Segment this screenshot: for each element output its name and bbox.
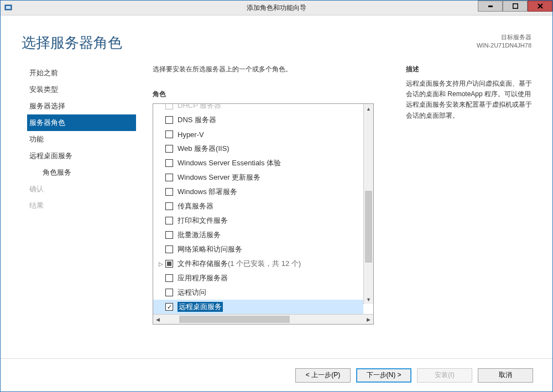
sidebar-item-1[interactable]: 安装类型 [27, 81, 136, 98]
app-icon [4, 3, 13, 12]
role-checkbox[interactable] [165, 217, 173, 224]
role-label: 文件和存储服务 [178, 259, 228, 269]
page-title: 选择服务器角色 [22, 33, 122, 53]
main-panel: 选择要安装在所选服务器上的一个或多个角色。 角色 DHCP 服务器DNS 服务器… [136, 58, 533, 358]
role-checkbox[interactable] [165, 130, 173, 138]
description-column: 描述 远程桌面服务支持用户访问虚拟桌面、基于会话的桌面和 RemoteApp 程… [395, 65, 533, 358]
role-label: 打印和文件服务 [178, 216, 228, 226]
roles-column: 选择要安装在所选服务器上的一个或多个角色。 角色 DHCP 服务器DNS 服务器… [153, 65, 395, 358]
sidebar-item-6[interactable]: 角色服务 [27, 164, 136, 181]
sidebar-item-8: 结果 [27, 197, 136, 214]
description-text: 远程桌面服务支持用户访问虚拟桌面、基于会话的桌面和 RemoteApp 程序。可… [406, 79, 533, 121]
sidebar-item-0[interactable]: 开始之前 [27, 65, 136, 81]
role-label: Windows Server Essentials 体验 [178, 158, 281, 168]
scroll-left-icon[interactable]: ◀ [153, 315, 163, 324]
svg-rect-3 [513, 4, 518, 9]
hscroll-track[interactable] [163, 315, 364, 324]
svg-rect-1 [6, 6, 11, 9]
role-row-3[interactable]: Web 服务器(IIS) [153, 142, 363, 156]
roles-items: DHCP 服务器DNS 服务器Hyper-VWeb 服务器(IIS)Window… [153, 104, 363, 314]
scroll-track[interactable] [364, 113, 373, 295]
role-label: Windows Server 更新服务 [178, 173, 260, 182]
content-area: 选择服务器角色 目标服务器 WIN-2U71DN4JH78 开始之前安装类型服务… [1, 15, 552, 391]
role-label: DHCP 服务器 [178, 104, 221, 111]
target-server-box: 目标服务器 WIN-2U71DN4JH78 [477, 33, 531, 50]
role-row-8[interactable]: 打印和文件服务 [153, 213, 363, 228]
scroll-right-icon[interactable]: ▶ [364, 315, 373, 324]
role-checkbox[interactable] [165, 145, 173, 153]
role-row-7[interactable]: 传真服务器 [153, 199, 363, 213]
role-checkbox[interactable] [165, 202, 173, 210]
target-label: 目标服务器 [477, 33, 531, 41]
roles-label: 角色 [153, 90, 395, 99]
role-row-0[interactable]: DHCP 服务器 [153, 104, 363, 113]
roles-list-inner: DHCP 服务器DNS 服务器Hyper-VWeb 服务器(IIS)Window… [153, 104, 373, 314]
role-row-6[interactable]: Windows 部署服务 [153, 185, 363, 199]
role-checkbox[interactable] [165, 188, 173, 196]
window-controls [478, 1, 552, 12]
sidebar-item-3[interactable]: 服务器角色 [27, 114, 136, 131]
vertical-scrollbar[interactable]: ▲ ▼ [363, 104, 373, 304]
scroll-down-icon[interactable]: ▼ [364, 295, 373, 304]
previous-button[interactable]: < 上一步(P) [295, 368, 351, 383]
role-label: 传真服务器 [178, 201, 213, 211]
sidebar: 开始之前安装类型服务器选择服务器角色功能远程桌面服务角色服务确认结果 [1, 58, 136, 358]
role-row-2[interactable]: Hyper-V [153, 127, 363, 142]
role-label: 批量激活服务 [178, 230, 221, 240]
role-label: DNS 服务器 [178, 115, 216, 125]
scroll-thumb[interactable] [365, 191, 372, 263]
role-checkbox[interactable] [165, 174, 173, 181]
role-row-5[interactable]: Windows Server 更新服务 [153, 170, 363, 185]
role-row-13[interactable]: 远程访问 [153, 285, 363, 300]
role-label: 远程桌面服务 [178, 302, 223, 312]
sidebar-item-5[interactable]: 远程桌面服务 [27, 148, 136, 164]
role-checkbox[interactable] [165, 159, 173, 167]
target-name: WIN-2U71DN4JH78 [477, 41, 531, 50]
role-label: Windows 部署服务 [178, 187, 237, 197]
role-label: 网络策略和访问服务 [178, 244, 242, 254]
role-label: 远程访问 [178, 288, 206, 297]
role-checkbox[interactable] [165, 231, 173, 239]
horizontal-scrollbar[interactable]: ◀ ▶ [153, 314, 373, 324]
description-label: 描述 [406, 65, 533, 74]
role-label: 应用程序服务器 [178, 273, 228, 283]
wizard-window: 添加角色和功能向导 选择服务器角色 目标服务器 WIN-2U71DN4JH78 … [0, 0, 553, 392]
role-row-14[interactable]: 远程桌面服务 [153, 300, 363, 314]
minimize-button[interactable] [478, 1, 503, 12]
role-row-9[interactable]: 批量激活服务 [153, 228, 363, 242]
header: 选择服务器角色 目标服务器 WIN-2U71DN4JH78 [1, 15, 552, 58]
role-checkbox[interactable] [165, 289, 173, 296]
next-button[interactable]: 下一步(N) > [356, 368, 411, 383]
roles-listbox: DHCP 服务器DNS 服务器Hyper-VWeb 服务器(IIS)Window… [153, 103, 374, 325]
expand-icon[interactable]: ▷ [156, 261, 165, 267]
role-checkbox[interactable] [165, 116, 173, 124]
role-sublabel: (1 个已安装，共 12 个) [228, 259, 301, 269]
sidebar-item-4[interactable]: 功能 [27, 131, 136, 148]
button-bar: < 上一步(P) 下一步(N) > 安装(I) 取消 [1, 358, 552, 391]
sidebar-item-7: 确认 [27, 181, 136, 197]
role-checkbox[interactable] [165, 245, 173, 253]
role-checkbox[interactable] [165, 303, 173, 311]
role-row-11[interactable]: ▷文件和存储服务 (1 个已安装，共 12 个) [153, 257, 363, 271]
hscroll-thumb[interactable] [179, 316, 290, 323]
role-checkbox[interactable] [165, 104, 173, 109]
window-title: 添加角色和功能向导 [1, 3, 552, 13]
role-row-1[interactable]: DNS 服务器 [153, 113, 363, 127]
role-label: Hyper-V [178, 130, 204, 139]
close-button[interactable] [528, 1, 552, 12]
scroll-up-icon[interactable]: ▲ [364, 104, 373, 113]
role-row-4[interactable]: Windows Server Essentials 体验 [153, 156, 363, 170]
svg-rect-2 [488, 6, 493, 7]
cancel-button[interactable]: 取消 [478, 368, 533, 383]
role-row-10[interactable]: 网络策略和访问服务 [153, 242, 363, 257]
role-label: Web 服务器(IIS) [178, 144, 229, 154]
body: 开始之前安装类型服务器选择服务器角色功能远程桌面服务角色服务确认结果 选择要安装… [1, 58, 552, 358]
sidebar-item-2[interactable]: 服务器选择 [27, 98, 136, 114]
instruction-text: 选择要安装在所选服务器上的一个或多个角色。 [153, 65, 395, 74]
titlebar: 添加角色和功能向导 [1, 1, 552, 15]
role-checkbox[interactable] [165, 274, 173, 282]
role-row-12[interactable]: 应用程序服务器 [153, 271, 363, 285]
maximize-button[interactable] [503, 1, 528, 12]
role-checkbox[interactable] [165, 260, 173, 268]
install-button: 安装(I) [417, 368, 472, 383]
